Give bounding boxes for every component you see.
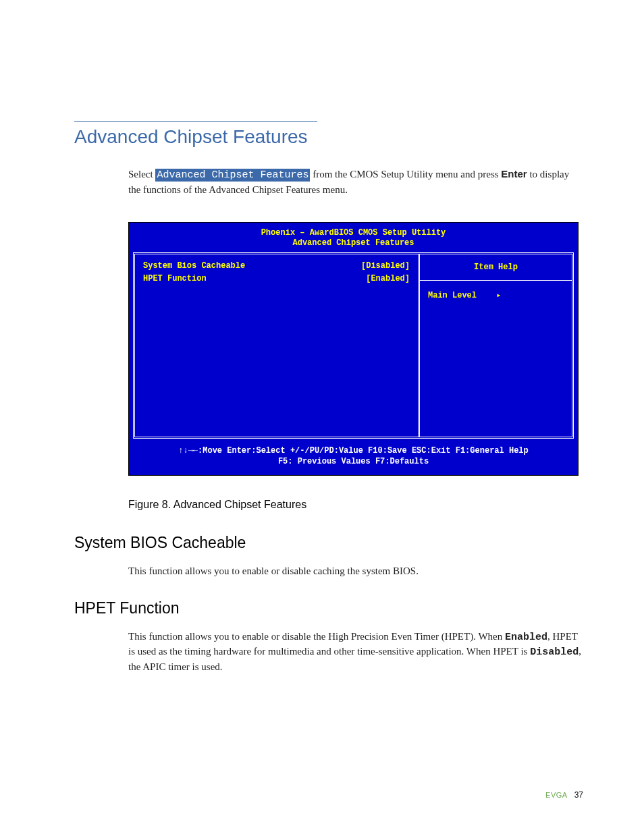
footer-brand: EVGA [545, 791, 568, 799]
bios-row-system-bios-cacheable: System Bios Cacheable [Disabled] [143, 261, 410, 272]
section-title-system-bios-cacheable: System BIOS Cacheable [74, 534, 583, 552]
disabled-label: Disabled [530, 646, 579, 658]
arrow-right-icon: ▸ [496, 291, 501, 300]
bios-main-level: Main Level ▸ [420, 281, 572, 310]
bios-footer-line2: F5: Previous Values F7:Defaults [129, 456, 578, 467]
menu-name-highlight: Advanced Chipset Features [155, 169, 310, 182]
bios-row-label: HPET Function [143, 274, 207, 285]
bios-header-line2: Advanced Chipset Features [129, 238, 578, 248]
bios-header-line1: Phoenix – AwardBIOS CMOS Setup Utility [129, 228, 578, 238]
page-number: 37 [574, 790, 583, 800]
bios-item-help-label: Item Help [420, 254, 572, 281]
bios-row-value: [Disabled] [361, 261, 410, 272]
figure-caption: Figure 8. Advanced Chipset Features [128, 499, 583, 511]
intro-text-mid: from the CMOS Setup Utility menu and pre… [310, 169, 501, 180]
section-body-hpet-function: This function allows you to enable or di… [128, 630, 583, 675]
page-footer: EVGA 37 [545, 790, 583, 800]
bios-footer: ↑↓→←:Move Enter:Select +/-/PU/PD:Value F… [129, 439, 578, 475]
bios-row-value: [Enabled] [366, 274, 410, 285]
bios-main-level-label: Main Level [428, 291, 477, 300]
page-title: Advanced Chipset Features [74, 126, 583, 148]
enter-label: Enter [501, 168, 527, 180]
intro-paragraph: Select Advanced Chipset Features from th… [128, 167, 583, 198]
bios-footer-line1: ↑↓→←:Move Enter:Select +/-/PU/PD:Value F… [129, 445, 578, 456]
bios-row-label: System Bios Cacheable [143, 261, 245, 272]
bios-header: Phoenix – AwardBIOS CMOS Setup Utility A… [129, 223, 578, 252]
enabled-label: Enabled [505, 632, 547, 643]
section-body-system-bios-cacheable: This function allows you to enable or di… [128, 564, 583, 579]
section-title-hpet-function: HPET Function [74, 599, 583, 617]
intro-text-pre: Select [128, 169, 155, 180]
bios-screenshot: Phoenix – AwardBIOS CMOS Setup Utility A… [128, 222, 579, 476]
hpet-body-pre: This function allows you to enable or di… [128, 631, 505, 642]
bios-left-panel: System Bios Cacheable [Disabled] HPET Fu… [135, 254, 418, 437]
title-rule [74, 121, 317, 122]
bios-right-panel: Item Help Main Level ▸ [418, 254, 572, 437]
bios-row-hpet-function: HPET Function [Enabled] [143, 274, 410, 285]
